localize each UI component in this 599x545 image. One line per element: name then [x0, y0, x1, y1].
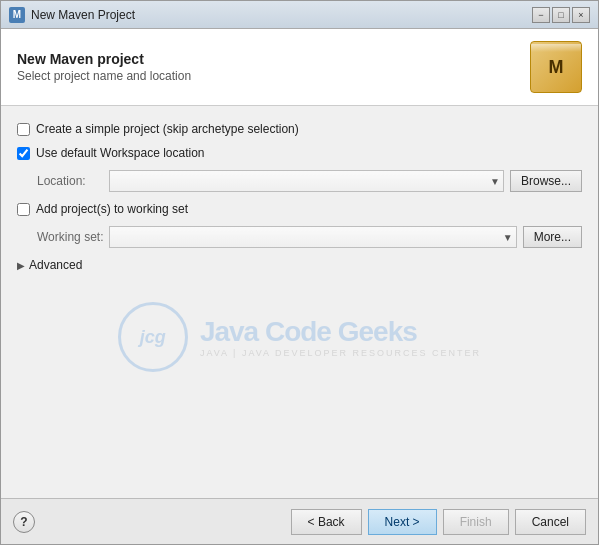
page-title: New Maven project [17, 51, 191, 67]
close-button[interactable]: × [572, 7, 590, 23]
advanced-label: Advanced [29, 258, 82, 272]
simple-project-checkbox[interactable] [17, 123, 30, 136]
working-set-row: Working set: ▼ More... [17, 226, 582, 248]
location-dropdown[interactable] [109, 170, 504, 192]
footer-left: ? [13, 511, 35, 533]
default-workspace-row: Use default Workspace location [17, 146, 582, 160]
header-text: New Maven project Select project name an… [17, 51, 191, 83]
simple-project-label[interactable]: Create a simple project (skip archetype … [36, 122, 299, 136]
watermark: jcg Java Code Geeks JAVA | JAVA DEVELOPE… [17, 272, 582, 402]
header-section: New Maven project Select project name an… [1, 29, 598, 106]
minimize-button[interactable]: − [532, 7, 550, 23]
maven-icon-text: M [549, 57, 564, 78]
add-working-set-label[interactable]: Add project(s) to working set [36, 202, 188, 216]
page-subtitle: Select project name and location [17, 69, 191, 83]
window-icon: M [9, 7, 25, 23]
working-set-dropdown-container: ▼ [109, 226, 517, 248]
watermark-tagline: JAVA | JAVA DEVELOPER RESOURCES CENTER [200, 348, 481, 358]
title-bar: M New Maven Project − □ × [1, 1, 598, 29]
working-set-label: Working set: [37, 230, 109, 244]
footer: ? < Back Next > Finish Cancel [1, 498, 598, 544]
add-working-set-checkbox[interactable] [17, 203, 30, 216]
window-controls: − □ × [532, 7, 590, 23]
main-window: M New Maven Project − □ × New Maven proj… [0, 0, 599, 545]
finish-button[interactable]: Finish [443, 509, 509, 535]
next-button[interactable]: Next > [368, 509, 437, 535]
advanced-arrow-icon: ▶ [17, 260, 25, 271]
advanced-row[interactable]: ▶ Advanced [17, 258, 582, 272]
watermark-jcg-text: jcg [140, 327, 166, 348]
location-input-container: ▼ Browse... [109, 170, 582, 192]
maximize-button[interactable]: □ [552, 7, 570, 23]
simple-project-row: Create a simple project (skip archetype … [17, 122, 582, 136]
content-area: New Maven project Select project name an… [1, 29, 598, 544]
maven-icon: M [530, 41, 582, 93]
window-title: New Maven Project [31, 8, 532, 22]
working-set-checkbox-row: Add project(s) to working set [17, 202, 582, 216]
location-row: Location: ▼ Browse... [17, 170, 582, 192]
form-section: Create a simple project (skip archetype … [1, 106, 598, 498]
more-button[interactable]: More... [523, 226, 582, 248]
location-label: Location: [37, 174, 109, 188]
cancel-button[interactable]: Cancel [515, 509, 586, 535]
back-button[interactable]: < Back [291, 509, 362, 535]
help-button[interactable]: ? [13, 511, 35, 533]
location-dropdown-container: ▼ [109, 170, 504, 192]
footer-right: < Back Next > Finish Cancel [291, 509, 586, 535]
browse-button[interactable]: Browse... [510, 170, 582, 192]
default-workspace-label[interactable]: Use default Workspace location [36, 146, 205, 160]
watermark-circle: jcg [118, 302, 188, 372]
watermark-logo: jcg Java Code Geeks JAVA | JAVA DEVELOPE… [118, 302, 481, 372]
working-set-input-container: ▼ More... [109, 226, 582, 248]
working-set-dropdown[interactable] [109, 226, 517, 248]
watermark-text-block: Java Code Geeks JAVA | JAVA DEVELOPER RE… [200, 316, 481, 358]
watermark-brand: Java Code Geeks [200, 316, 481, 348]
default-workspace-checkbox[interactable] [17, 147, 30, 160]
